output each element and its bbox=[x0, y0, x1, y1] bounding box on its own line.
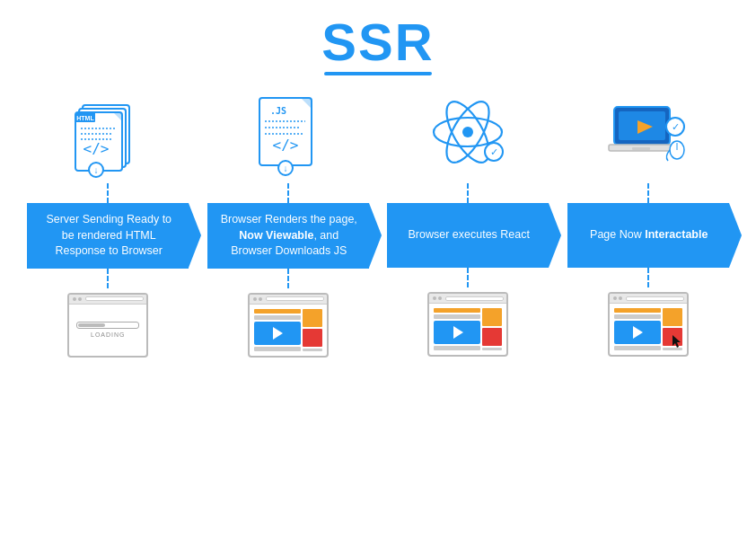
svg-text:✓: ✓ bbox=[671, 121, 679, 132]
step-3-banner-text: Browser executes React bbox=[409, 227, 530, 243]
svg-text:</>: </> bbox=[84, 140, 110, 157]
svg-text:↓: ↓ bbox=[94, 165, 99, 175]
svg-text:.JS: .JS bbox=[270, 106, 286, 116]
step-4-banner: Page Now Interactable bbox=[567, 203, 729, 268]
svg-text:↓: ↓ bbox=[283, 163, 287, 173]
svg-text:</>: </> bbox=[272, 137, 298, 154]
svg-text:HTML: HTML bbox=[77, 115, 95, 121]
step-2-banner: Browser Renders the page, Now Viewable, … bbox=[207, 203, 369, 269]
cursor-icon bbox=[672, 335, 681, 351]
svg-text:✓: ✓ bbox=[490, 146, 498, 157]
step-4: ✓ Page Now Interactable bbox=[558, 84, 739, 357]
step-1-icon: HTML </> ↓ bbox=[72, 84, 144, 183]
step-3-browser bbox=[427, 292, 508, 357]
step-2-banner-text: Browser Renders the page, Now Viewable, … bbox=[220, 212, 358, 260]
step-2-vline-top bbox=[287, 183, 289, 203]
flow-container: HTML </> ↓ Server Sending Ready to be re… bbox=[0, 84, 756, 358]
step-2: .JS </> ↓ Browser Renders the page, Now … bbox=[198, 84, 379, 358]
step-3-icon: ✓ bbox=[427, 84, 508, 183]
ssr-underline bbox=[324, 72, 432, 75]
svg-rect-29 bbox=[632, 147, 650, 150]
step-1-browser: LOADING bbox=[67, 293, 148, 358]
step-4-banner-text: Page Now Interactable bbox=[590, 227, 708, 243]
step-1-banner-text: Server Sending Ready to be rendered HTML… bbox=[40, 212, 178, 260]
step-4-vline-top bbox=[647, 183, 649, 203]
step-3: ✓ Browser executes React bbox=[378, 84, 558, 357]
step-1-banner: Server Sending Ready to be rendered HTML… bbox=[27, 203, 189, 269]
step-1-vline-top bbox=[107, 183, 109, 203]
title-section: SSR bbox=[321, 16, 434, 75]
step-1-vline-bot bbox=[107, 269, 109, 288]
step-3-vline-top bbox=[467, 183, 469, 203]
step-4-browser bbox=[608, 292, 689, 357]
svg-marker-34 bbox=[672, 335, 681, 348]
step-3-banner: Browser executes React bbox=[387, 203, 549, 268]
step-3-vline-bot bbox=[467, 268, 469, 287]
ssr-title: SSR bbox=[321, 16, 434, 68]
loading-text: LOADING bbox=[91, 331, 126, 338]
step-1: HTML </> ↓ Server Sending Ready to be re… bbox=[18, 84, 198, 358]
step-2-icon: .JS </> ↓ bbox=[256, 84, 321, 183]
step-2-vline-bot bbox=[287, 269, 289, 288]
step-4-vline-bot bbox=[647, 268, 649, 287]
step-2-browser bbox=[248, 293, 329, 358]
step-4-icon: ✓ bbox=[603, 84, 693, 183]
svg-point-22 bbox=[462, 127, 473, 137]
